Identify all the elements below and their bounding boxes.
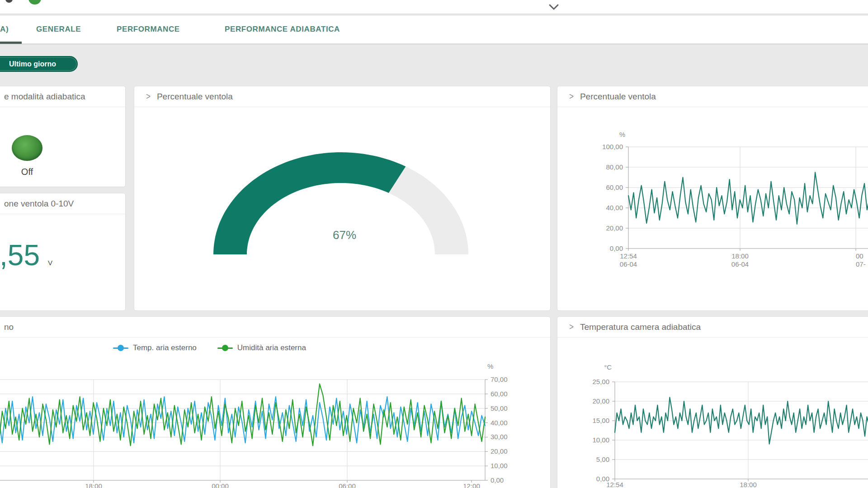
svg-text:00:00: 00:00 xyxy=(212,482,229,488)
svg-text:15,00: 15,00 xyxy=(592,417,609,424)
card-title: no xyxy=(0,317,550,338)
panel-expand-icon[interactable]: > xyxy=(146,91,151,102)
green-series-icon xyxy=(217,345,233,351)
svg-text:12:00: 12:00 xyxy=(463,482,480,488)
svg-text:12:54: 12:54 xyxy=(606,481,623,488)
svg-text:06:00: 06:00 xyxy=(339,482,356,488)
card-title: Percentuale ventola xyxy=(157,92,233,102)
legend-label: Umidità aria esterna xyxy=(237,343,306,352)
voltage-value: ,55V xyxy=(0,239,52,272)
svg-text:%: % xyxy=(619,131,625,138)
card-title: e modalità adiabatica xyxy=(0,86,125,107)
outdoor-air-line-chart: %70,0060,0050,0040,0030,0020,0010,000,00… xyxy=(0,361,552,488)
svg-text:50,00: 50,00 xyxy=(491,404,508,412)
svg-text:07-: 07- xyxy=(856,260,866,268)
svg-text:%: % xyxy=(487,362,493,370)
svg-text:18:00: 18:00 xyxy=(85,482,102,488)
svg-text:40,00: 40,00 xyxy=(491,419,508,427)
svg-text:67%: 67% xyxy=(333,228,356,242)
green-led-icon xyxy=(12,135,42,161)
svg-text:18:00: 18:00 xyxy=(740,481,757,488)
legend-item-humidity[interactable]: Umidità aria esterna xyxy=(217,343,306,352)
svg-text:30,00: 30,00 xyxy=(491,433,508,441)
card-title: one ventola 0-10V xyxy=(0,193,125,214)
tab-generale[interactable]: GENERALE xyxy=(36,25,81,34)
fan-line-chart: %100,0080,0060,0040,0020,000,0012:5406-0… xyxy=(581,129,868,271)
top-toolbar xyxy=(0,0,868,14)
svg-text:60,00: 60,00 xyxy=(491,390,508,398)
voltage-number: ,55 xyxy=(0,239,40,272)
logo-icon xyxy=(28,0,41,5)
svg-text:00: 00 xyxy=(856,252,863,260)
svg-text:40,00: 40,00 xyxy=(606,204,623,211)
blue-series-icon xyxy=(113,345,128,351)
tab-performance[interactable]: PERFORMANCE xyxy=(117,25,180,34)
card-fan-voltage: one ventola 0-10V ,55V xyxy=(0,193,126,311)
svg-text:20,00: 20,00 xyxy=(491,447,508,455)
card-adiabatic-mode: e modalità adiabatica Off xyxy=(0,86,126,187)
tab-performance-adiabatica[interactable]: PERFORMANCE ADIABATICA xyxy=(225,25,340,34)
svg-text:°C: °C xyxy=(604,363,612,371)
svg-text:18:00: 18:00 xyxy=(731,252,749,260)
camera-temp-line-chart: °C25,0020,0015,0010,005,000,0012:5418:00 xyxy=(561,361,868,488)
legend-label: Temp. aria esterno xyxy=(133,343,197,352)
time-filter-pill[interactable]: Ultimo giorno xyxy=(0,56,78,72)
svg-text:80,00: 80,00 xyxy=(606,163,623,171)
chevron-down-icon[interactable] xyxy=(547,2,561,12)
svg-text:10,00: 10,00 xyxy=(491,462,508,469)
fan-gauge-chart: 67% xyxy=(209,150,473,263)
toolbar-icon-fragment xyxy=(5,0,13,3)
svg-text:12:54: 12:54 xyxy=(620,252,637,260)
svg-text:100,00: 100,00 xyxy=(602,143,623,150)
svg-text:5,00: 5,00 xyxy=(596,455,609,463)
svg-text:70,00: 70,00 xyxy=(491,375,508,383)
panel-expand-icon[interactable]: > xyxy=(569,322,574,332)
svg-text:60,00: 60,00 xyxy=(606,183,623,191)
svg-text:06-04: 06-04 xyxy=(731,260,749,268)
card-title: Percentuale ventola xyxy=(580,92,656,102)
card-title: Temperatura camera adiabatica xyxy=(580,322,701,332)
svg-text:25,00: 25,00 xyxy=(592,378,609,385)
chart-legend: Temp. aria esterno Umidità aria esterna xyxy=(113,343,306,352)
legend-item-temp[interactable]: Temp. aria esterno xyxy=(113,343,197,352)
active-tab-underline xyxy=(0,42,22,44)
svg-text:0,00: 0,00 xyxy=(491,476,504,484)
svg-text:0,00: 0,00 xyxy=(610,244,623,252)
svg-text:10,00: 10,00 xyxy=(592,436,609,444)
tab-bar: A) GENERALE PERFORMANCE PERFORMANCE ADIA… xyxy=(0,16,868,45)
led-status-label: Off xyxy=(12,167,42,177)
card-fan-gauge: > Percentuale ventola 67% xyxy=(134,86,551,311)
voltage-unit: V xyxy=(48,259,52,267)
svg-text:06-04: 06-04 xyxy=(620,260,637,268)
svg-text:20,00: 20,00 xyxy=(606,224,623,232)
tab-active-fragment[interactable]: A) xyxy=(0,25,9,34)
svg-text:20,00: 20,00 xyxy=(592,397,609,405)
panel-expand-icon[interactable]: > xyxy=(569,91,574,102)
